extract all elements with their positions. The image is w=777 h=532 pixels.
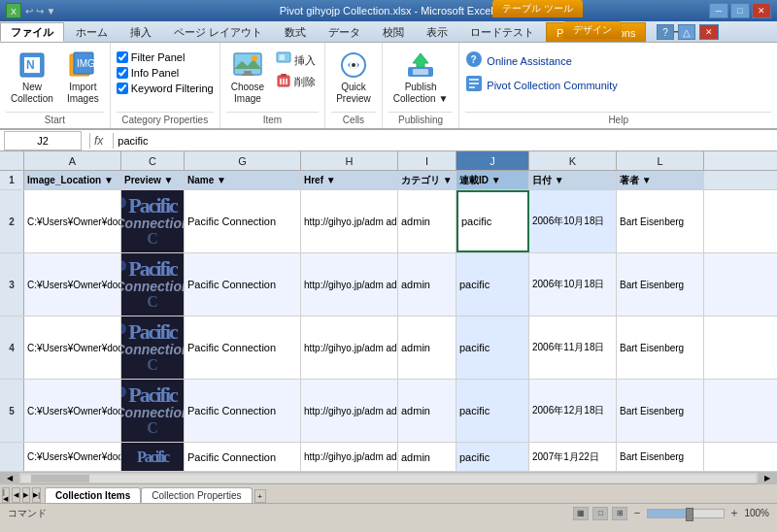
cell-6-image[interactable]: C:¥Users¥Owner¥doc... [24,443,121,471]
undo-btn[interactable]: ↩ ↪ ▼ [25,6,55,17]
tab-review[interactable]: 校閲 [372,22,415,42]
cell-4-serial[interactable]: pacific [456,316,529,379]
pivot-community-link[interactable]: Pivot Collection Community [465,75,618,95]
cell-2-date[interactable]: 2006年10月18日 [529,190,617,252]
cell-6-category[interactable]: admin [398,443,456,471]
cell-3-date[interactable]: 2006年10月18日 [529,253,617,316]
name-box[interactable] [4,131,82,150]
header-cell-category[interactable]: カテゴリ ▼ [398,171,456,189]
cell-5-category[interactable]: admin [398,380,456,442]
cell-4-href[interactable]: http://gihyo.jp/adm admin [301,316,398,379]
header-cell-serial[interactable]: 連載ID ▼ [456,171,529,189]
sheet-nav-prev[interactable]: ◀ [12,487,19,503]
cell-2-href[interactable]: http://gihyo.jp/adm admin [301,190,398,252]
delete-button[interactable]: 削除 [273,72,319,91]
col-header-G[interactable]: G [185,151,301,170]
tab-insert[interactable]: 挿入 [119,22,162,42]
col-header-I[interactable]: I [398,151,456,170]
minimize-btn[interactable]: ─ [709,3,728,18]
col-header-L[interactable]: L [617,151,704,170]
zoom-minus[interactable]: － [631,505,643,521]
cell-6-href[interactable]: http://gihyo.jp/adm admin [301,443,398,471]
col-header-J[interactable]: J [456,151,529,170]
add-sheet-btn[interactable]: + [254,489,266,503]
publish-collection-button[interactable]: PublishCollection ▼ [388,47,454,108]
help-btn[interactable]: ? [657,24,674,40]
header-cell-image[interactable]: Image_Location ▼ [24,171,121,189]
col-header-A[interactable]: A [24,151,121,170]
cell-2-serial[interactable]: pacific [456,190,529,252]
cell-3-href[interactable]: http://gihyo.jp/adm admin [301,253,398,316]
cell-4-name[interactable]: Pacific Connection [185,316,301,379]
sheet-tab-collection-items[interactable]: Collection Items [45,487,141,503]
sheet-nav-last[interactable]: ▶| [32,487,41,503]
design-tab[interactable]: デザイン [563,21,622,39]
info-panel-check[interactable] [117,67,128,79]
cell-6-name[interactable]: Pacific Connection [185,443,301,471]
info-panel-checkbox[interactable]: Info Panel [117,67,214,79]
scroll-track[interactable] [21,475,756,482]
cell-3-image[interactable]: C:¥Users¥Owner¥doc... [24,253,121,316]
ribbon-expand-btn[interactable]: △ [678,24,695,40]
header-cell-name[interactable]: Name ▼ [185,171,301,189]
cell-3-name[interactable]: Pacific Connection [185,253,301,316]
filter-panel-check[interactable] [117,51,128,63]
tab-close-btn[interactable]: ✕ [699,24,719,40]
header-cell-date[interactable]: 日付 ▼ [529,171,617,189]
cell-6-author[interactable]: Bart Eisenberg [617,443,704,471]
cell-5-serial[interactable]: pacific [456,380,529,442]
choose-image-button[interactable]: ChooseImage [226,47,269,108]
cell-4-category[interactable]: admin [398,316,456,379]
keyword-filtering-checkbox[interactable]: Keyword Filtering [117,83,214,94]
tab-page-layout[interactable]: ページ レイアウト [163,22,273,42]
scroll-thumb[interactable] [31,475,89,482]
tab-loadtest[interactable]: ロードテスト [459,22,545,42]
new-collection-button[interactable]: N NewCollection [6,47,58,108]
cell-5-name[interactable]: Pacific Connection [185,380,301,442]
header-cell-preview[interactable]: Preview ▼ [121,171,185,189]
cell-3-author[interactable]: Bart Eisenberg [617,253,704,316]
cell-5-author[interactable]: Bart Eisenberg [617,380,704,442]
insert-button[interactable]: ▦ 挿入 [273,50,319,70]
maximize-btn[interactable]: □ [730,3,750,18]
tab-home[interactable]: ホーム [65,22,118,42]
cell-2-name[interactable]: Pacific Connection [185,190,301,252]
zoom-slider[interactable] [647,509,725,518]
sheet-nav-next[interactable]: ▶ [22,487,30,503]
normal-view-btn[interactable]: ▦ [573,507,589,520]
tab-data[interactable]: データ [318,22,371,42]
header-cell-href[interactable]: Href ▼ [301,171,398,189]
cell-2-image[interactable]: C:¥Users¥Owner¥doc... [24,190,121,252]
quick-preview-button[interactable]: QuickPreview [331,47,376,108]
scroll-left-btn[interactable]: ◀ [0,473,19,484]
cell-5-image[interactable]: C:¥Users¥Owner¥doc... [24,380,121,442]
cell-5-date[interactable]: 2006年12月18日 [529,380,617,442]
cell-2-category[interactable]: admin [398,190,456,252]
scroll-right-btn[interactable]: ▶ [758,473,777,484]
cell-6-date[interactable]: 2007年1月22日 [529,443,617,471]
tab-view[interactable]: 表示 [416,22,458,42]
page-layout-btn[interactable]: □ [592,507,608,520]
cell-4-image[interactable]: C:¥Users¥Owner¥doc... [24,316,121,379]
cell-4-date[interactable]: 2006年11月18日 [529,316,617,379]
tab-formula[interactable]: 数式 [274,22,317,42]
cell-6-serial[interactable]: pacific [456,443,529,471]
close-btn[interactable]: ✕ [752,3,771,18]
keyword-check[interactable] [117,83,128,94]
cell-3-category[interactable]: admin [398,253,456,316]
import-images-button[interactable]: IMG ImportImages [62,47,104,108]
cell-5-href[interactable]: http://gihyo.jp/adm admin [301,380,398,442]
col-header-K[interactable]: K [529,151,617,170]
sheet-tab-collection-properties[interactable]: Collection Properties [141,487,252,503]
sheet-nav-first[interactable]: |◀ [2,487,10,503]
cell-4-author[interactable]: Bart Eisenberg [617,316,704,379]
filter-panel-checkbox[interactable]: Filter Panel [117,51,214,63]
cell-2-author[interactable]: Bart Eisenberg [617,190,704,252]
horizontal-scrollbar[interactable]: ◀ ▶ [0,472,777,483]
col-header-C[interactable]: C [121,151,185,170]
zoom-handle[interactable] [686,508,693,521]
online-assistance-link[interactable]: ? Online Assistance [465,50,618,71]
zoom-plus[interactable]: ＋ [728,505,740,521]
header-cell-author[interactable]: 著者 ▼ [617,171,704,189]
tab-file[interactable]: ファイル [0,22,64,42]
